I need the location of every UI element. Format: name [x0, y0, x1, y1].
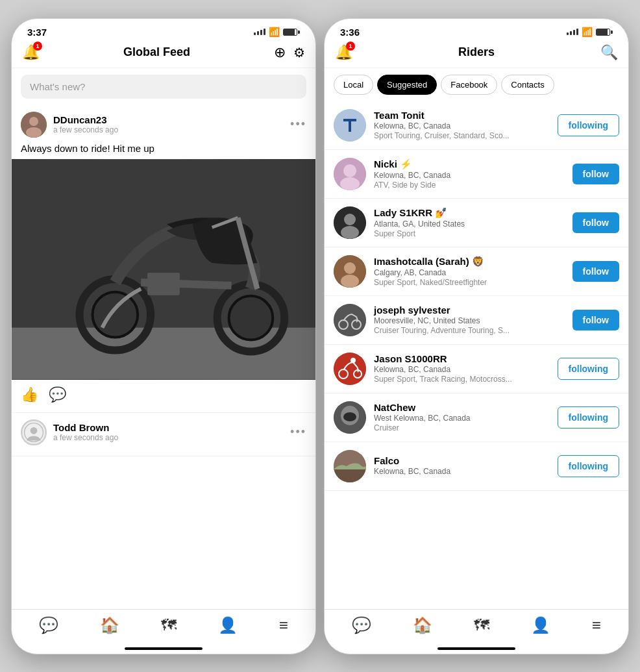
avatar-imashotcalla — [334, 255, 366, 288]
rider-location-joseph: Mooresville, NC, United States — [374, 316, 565, 325]
battery-icon — [283, 29, 300, 36]
feed-header: 🔔 1 Global Feed ⊕ ⚙ — [12, 40, 315, 68]
more-options-1[interactable]: ••• — [290, 118, 306, 131]
avatar-team-tonit — [334, 109, 366, 142]
nav-profile-r[interactable]: 👤 — [531, 616, 550, 634]
svg-point-8 — [229, 295, 273, 340]
status-icons-left: 📶 — [254, 27, 300, 37]
nav-map[interactable]: 🗺 — [161, 616, 177, 634]
page-title-riders: Riders — [458, 45, 495, 59]
left-phone: 3:37 📶 🔔 1 Global Feed — [11, 18, 316, 654]
rider-type-natchew: Cruiser — [374, 423, 550, 432]
post-user-2[interactable]: Todd Brown a few seconds ago — [21, 419, 118, 445]
riders-list: Team Tonit Kelowna, BC, Canada Sport Tou… — [325, 101, 628, 609]
more-options-2[interactable]: ••• — [290, 425, 306, 439]
rider-name-tonit: Team Tonit — [374, 110, 550, 121]
rider-type-jason: Super Sport, Track Racing, Motocross... — [374, 375, 550, 384]
post-username-2: Todd Brown — [53, 422, 118, 433]
svg-point-27 — [334, 353, 366, 385]
follow-btn-nicki[interactable]: follow — [572, 164, 619, 184]
add-icon[interactable]: ⊕ — [274, 44, 286, 61]
rider-location-ladys1krr: Atlanta, GA, United States — [374, 219, 565, 229]
nav-map-r[interactable]: 🗺 — [474, 616, 489, 634]
rider-item: Team Tonit Kelowna, BC, Canada Sport Tou… — [325, 101, 628, 150]
avatar-todd — [21, 419, 47, 445]
follow-btn-falco[interactable]: following — [558, 455, 619, 477]
post-image-1 — [12, 159, 315, 380]
post-time-2: a few seconds ago — [53, 433, 118, 442]
rider-item: Falco Kelowna, BC, Canada following — [325, 442, 628, 491]
svg-point-1 — [29, 117, 38, 126]
rider-name-joseph: joseph sylvester — [374, 305, 565, 316]
nav-chat[interactable]: 💬 — [39, 616, 58, 634]
wifi-icon: 📶 — [269, 27, 280, 37]
rider-location-jason: Kelowna, BC, Canada — [374, 365, 550, 374]
avatar-ladys1krr — [334, 206, 366, 239]
post-card-2: Todd Brown a few seconds ago ••• — [12, 413, 315, 456]
notification-bell[interactable]: 🔔 1 — [22, 44, 40, 61]
bell-badge-r: 1 — [346, 42, 355, 51]
follow-btn-ladys1krr[interactable]: follow — [572, 212, 619, 233]
svg-point-33 — [343, 412, 356, 421]
search-icon[interactable]: 🔍 — [600, 44, 618, 61]
rider-name-natchew: NatChew — [374, 402, 550, 413]
follow-btn-tonit[interactable]: following — [558, 114, 619, 136]
rider-type-nicki: ATV, Side by Side — [374, 180, 565, 190]
nav-home[interactable]: 🏠 — [100, 616, 119, 634]
page-title-feed: Global Feed — [123, 45, 190, 59]
rider-info-jason: Jason S1000RR Kelowna, BC, Canada Super … — [374, 353, 550, 384]
svg-point-23 — [341, 275, 359, 288]
svg-point-30 — [351, 358, 356, 363]
riders-header: 🔔 1 Riders 🔍 — [325, 40, 628, 68]
rider-type-joseph: Cruiser Touring, Adventure Touring, S... — [374, 326, 565, 335]
comment-icon[interactable]: 💬 — [49, 386, 66, 403]
status-bar-right: 3:36 📶 — [325, 19, 628, 40]
rider-location-falco: Kelowna, BC, Canada — [374, 467, 550, 476]
rider-name-jason: Jason S1000RR — [374, 353, 550, 364]
rider-info-ladys1krr: Lady S1KRR 💅 Atlanta, GA, United States … — [374, 207, 565, 238]
rider-type-ladys1krr: Super Sport — [374, 229, 565, 238]
svg-point-6 — [92, 292, 138, 337]
rider-info-falco: Falco Kelowna, BC, Canada — [374, 455, 550, 477]
nav-menu-r[interactable]: ≡ — [592, 616, 601, 634]
svg-rect-10 — [147, 272, 180, 295]
avatar-natchew — [334, 401, 366, 434]
rider-location-tonit: Kelowna, BC, Canada — [374, 121, 550, 131]
avatar-dduncan — [21, 112, 47, 138]
rider-info-nicki: Nicki ⚡ Kelowna, BC, Canada ATV, Side by… — [374, 158, 565, 190]
tab-local[interactable]: Local — [334, 75, 373, 95]
rider-item: Lady S1KRR 💅 Atlanta, GA, United States … — [325, 199, 628, 247]
rider-name-ladys1krr: Lady S1KRR 💅 — [374, 207, 565, 219]
signal-icon-r — [567, 29, 578, 35]
nav-chat-r[interactable]: 💬 — [352, 616, 371, 634]
post-actions-1: 👍 💬 — [12, 380, 315, 406]
rider-info-imashotcalla: Imashotcalla (Sarah) 🦁 Calgary, AB, Cana… — [374, 256, 565, 287]
notification-bell-r[interactable]: 🔔 1 — [335, 44, 352, 61]
nav-profile[interactable]: 👤 — [218, 616, 238, 634]
nav-home-r[interactable]: 🏠 — [413, 616, 432, 634]
search-bar[interactable]: What's new? — [21, 75, 306, 99]
follow-btn-natchew[interactable]: following — [558, 406, 619, 429]
status-icons-right: 📶 — [567, 27, 613, 37]
follow-btn-joseph[interactable]: follow — [572, 310, 619, 330]
tab-facebook[interactable]: Facebook — [441, 75, 497, 95]
nav-menu[interactable]: ≡ — [279, 616, 288, 634]
bottom-nav-right: 💬 🏠 🗺 👤 ≡ — [325, 609, 628, 647]
rider-name-falco: Falco — [374, 455, 550, 466]
rider-item: Jason S1000RR Kelowna, BC, Canada Super … — [325, 345, 628, 393]
svg-point-19 — [344, 214, 356, 225]
signal-icon — [254, 29, 265, 35]
follow-btn-imashotcalla[interactable]: follow — [572, 261, 619, 282]
tab-suggested[interactable]: Suggested — [377, 75, 437, 95]
tab-contacts[interactable]: Contacts — [501, 75, 554, 95]
rider-item: Nicki ⚡ Kelowna, BC, Canada ATV, Side by… — [325, 150, 628, 199]
home-indicator-r — [437, 647, 515, 650]
follow-btn-jason[interactable]: following — [558, 358, 619, 380]
rider-name-imashotcalla: Imashotcalla (Sarah) 🦁 — [374, 256, 565, 268]
filter-icon[interactable]: ⚙ — [293, 45, 305, 60]
avatar-joseph — [334, 304, 366, 336]
post-user-1[interactable]: DDuncan23 a few seconds ago — [21, 112, 118, 138]
rider-location-nicki: Kelowna, BC, Canada — [374, 171, 565, 180]
like-icon[interactable]: 👍 — [21, 386, 38, 403]
svg-point-22 — [344, 262, 356, 274]
